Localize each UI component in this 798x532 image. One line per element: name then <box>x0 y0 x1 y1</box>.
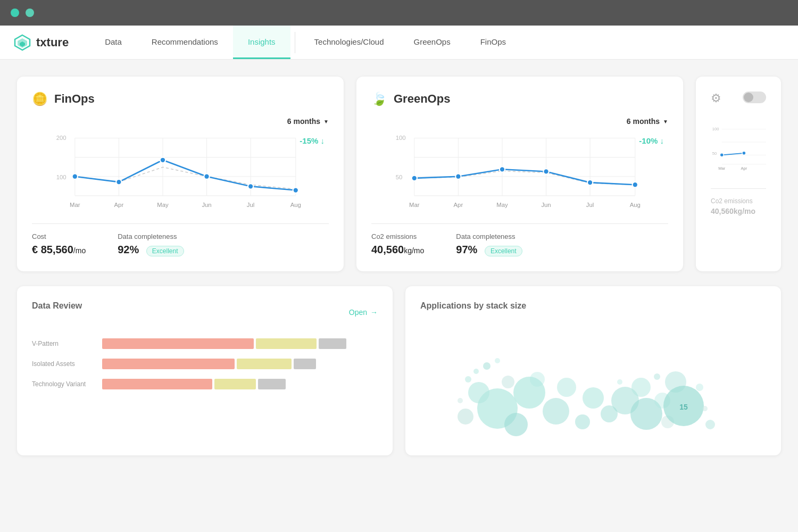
greenops-time-selector[interactable]: 6 months ▼ <box>371 117 668 126</box>
nav-items: Data Recommendations Insights Technologi… <box>90 26 521 59</box>
bar-item-tech-variant: Technology Variant <box>32 379 378 389</box>
nav-item-finops[interactable]: FinOps <box>466 26 521 59</box>
greenops-chart-svg: 100 50 <box>371 130 668 215</box>
bubble-11 <box>530 372 545 387</box>
greenops-completeness-badge: Excellent <box>485 246 522 256</box>
greenops-emissions-label: Co2 emissions <box>371 232 424 240</box>
finops-divider <box>32 223 329 224</box>
greenops-card: 🍃 GreenOps 6 months ▼ -10% ↓ 100 50 <box>356 77 683 271</box>
bubble-7 <box>458 409 473 425</box>
finops-card: 🪙 FinOps 6 months ▼ -15% ↓ 200 100 <box>17 77 344 271</box>
partial-card: ⚙ 100 50 Mar Apr C <box>696 77 781 271</box>
greenops-x-mar: Mar <box>409 202 420 208</box>
greenops-completeness-value: 97% Excellent <box>456 244 522 256</box>
greenops-icon: 🍃 <box>371 92 387 106</box>
finops-dropdown-arrow: ▼ <box>323 119 329 124</box>
bottom-row: Data Review Open → V-Pattern Isolated As… <box>17 286 781 455</box>
dot-9 <box>702 406 708 411</box>
finops-completeness-value: 92% Excellent <box>118 244 184 256</box>
finops-data-line <box>75 160 296 190</box>
open-link[interactable]: Open → <box>349 308 378 317</box>
logo[interactable]: txture <box>13 33 69 52</box>
partial-y-100: 100 <box>712 127 719 131</box>
data-review-title: Data Review <box>32 301 82 311</box>
greenops-card-header: 🍃 GreenOps <box>371 92 668 106</box>
bar-label-isolated: Isolated Assets <box>32 360 96 368</box>
greenops-x-aug: Aug <box>630 202 641 208</box>
finops-change-label: -15% ↓ <box>300 136 325 145</box>
partial-x-apr: Apr <box>741 166 747 171</box>
finops-x-mar: Mar <box>70 202 80 208</box>
toggle-track[interactable] <box>743 92 766 103</box>
nav-item-recommendations[interactable]: Recommendations <box>137 26 233 59</box>
greenops-stats: Co2 emissions 40,560kg/mo Data completen… <box>371 232 668 256</box>
bubble-4 <box>468 382 489 403</box>
finops-icon: 🪙 <box>32 92 48 106</box>
finops-dot-apr <box>116 179 121 185</box>
dot-teal <box>26 9 34 17</box>
navigation: txture Data Recommendations Insights Tec… <box>0 26 798 60</box>
greenops-dropdown-arrow: ▼ <box>663 119 668 124</box>
finops-dot-jun <box>204 174 209 179</box>
nav-item-data[interactable]: Data <box>90 26 137 59</box>
finops-time-selector[interactable]: 6 months ▼ <box>32 117 329 126</box>
open-arrow-icon: → <box>370 308 378 317</box>
greenops-chart: -10% ↓ 100 50 <box>371 130 668 215</box>
nav-item-greenops[interactable]: GreenOps <box>399 26 466 59</box>
toggle-switch[interactable] <box>743 92 766 103</box>
main-content: 🪙 FinOps 6 months ▼ -15% ↓ 200 100 <box>0 60 798 468</box>
dot-6 <box>617 379 622 385</box>
bar-seg-red-isolated <box>102 359 235 369</box>
bubble-5 <box>543 398 569 425</box>
bubble-12 <box>502 376 514 388</box>
bar-item-isolated: Isolated Assets <box>32 359 378 369</box>
bubble-chart-svg: 15 <box>420 323 766 440</box>
greenops-dot-jun <box>543 169 548 174</box>
greenops-x-apr: Apr <box>454 202 463 208</box>
finops-trend-line <box>75 167 296 189</box>
finops-dot-may <box>160 157 165 163</box>
nav-divider <box>295 32 295 53</box>
bar-seg-gray-isolated <box>294 359 315 369</box>
nav-item-insights[interactable]: Insights <box>233 26 290 59</box>
toggle-thumb <box>744 93 753 102</box>
data-review-header: Data Review Open → <box>32 301 378 323</box>
finops-completeness-stat: Data completeness 92% Excellent <box>118 232 184 256</box>
data-review-card: Data Review Open → V-Pattern Isolated As… <box>17 286 393 455</box>
nav-item-technologies[interactable]: Technologies/Cloud <box>300 26 399 59</box>
greenops-dot-mar <box>412 176 417 181</box>
greenops-time-label: 6 months <box>627 117 660 126</box>
partial-divider <box>711 188 766 189</box>
greenops-emissions-value: 40,560kg/mo <box>371 244 424 256</box>
bar-seg-yellow-vpattern <box>256 338 317 349</box>
greenops-x-may: May <box>496 202 508 208</box>
bar-track-vpattern <box>102 338 378 349</box>
greenops-divider <box>371 223 668 224</box>
finops-card-title: FinOps <box>54 92 95 106</box>
partial-dot-apr <box>742 151 746 155</box>
apps-by-stack-title: Applications by stack size <box>420 301 766 311</box>
gear-icon[interactable]: ⚙ <box>711 92 721 105</box>
dot-3 <box>483 362 491 370</box>
partial-emissions-value: 40,560kg/mo <box>711 207 766 215</box>
finops-x-may: May <box>157 202 169 208</box>
greenops-x-jun: Jun <box>541 202 551 208</box>
bar-label-vpattern: V-Pattern <box>32 340 96 347</box>
finops-time-label: 6 months <box>287 117 320 126</box>
bar-seg-red-tech-variant <box>102 379 212 389</box>
bar-seg-yellow-isolated <box>237 359 292 369</box>
bubble-9 <box>583 387 604 409</box>
greenops-change-label: -10% ↓ <box>639 136 664 145</box>
greenops-y-100: 100 <box>396 135 406 141</box>
greenops-emissions-stat: Co2 emissions 40,560kg/mo <box>371 232 424 256</box>
bubble-14 <box>631 378 651 397</box>
greenops-x-jul: Jul <box>586 202 594 208</box>
partial-emissions-label: Co2 emissions <box>711 197 766 205</box>
bubble-6 <box>557 378 576 397</box>
bubble-chart: 15 <box>420 323 766 440</box>
finops-card-header: 🪙 FinOps <box>32 92 329 106</box>
apps-by-stack-card: Applications by stack size <box>405 286 781 455</box>
bar-seg-gray-tech-variant <box>258 379 286 389</box>
open-label: Open <box>349 308 367 317</box>
dot-8 <box>696 384 703 391</box>
